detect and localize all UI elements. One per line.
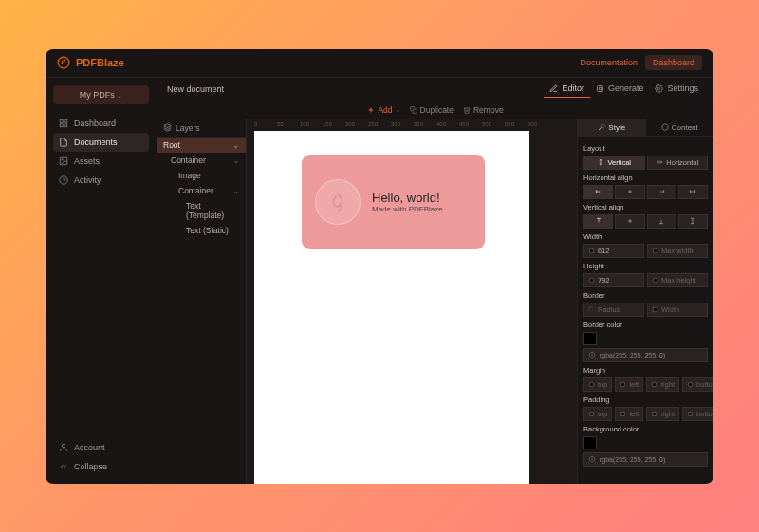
maxwidth-input[interactable]: Max width bbox=[647, 244, 708, 258]
subheader: New document Editor Generate Settings bbox=[157, 78, 713, 101]
box-icon bbox=[661, 123, 669, 131]
inspector-tab-content[interactable]: Content bbox=[646, 119, 714, 136]
ruler-tick: 500 bbox=[482, 121, 491, 127]
layer-root[interactable]: Root ⌄ bbox=[157, 138, 246, 153]
section-label: Padding bbox=[583, 395, 708, 404]
svg-rect-48 bbox=[653, 412, 657, 415]
svg-point-38 bbox=[653, 278, 657, 283]
ruler-tick: 50 bbox=[277, 121, 284, 127]
card-heading[interactable]: Hello, world! bbox=[372, 191, 443, 205]
margin-bottom-input[interactable]: bottom bbox=[682, 377, 713, 392]
input-placeholder: left bbox=[629, 410, 639, 418]
bgcolor-swatch[interactable] bbox=[583, 436, 597, 449]
ruler-tick: 150 bbox=[323, 121, 332, 127]
dashboard-button[interactable]: Dashboard bbox=[645, 55, 702, 70]
valign-start[interactable] bbox=[583, 214, 613, 229]
padding-left-input[interactable]: left bbox=[615, 407, 643, 421]
target-icon bbox=[588, 351, 596, 358]
remove-button[interactable]: Remove bbox=[463, 105, 504, 115]
link-icon bbox=[652, 248, 658, 254]
document-page[interactable]: Hello, world! Made with PDFBlaze bbox=[254, 131, 529, 484]
nav-collapse[interactable]: Collapse bbox=[53, 457, 149, 476]
borderwidth-input[interactable]: Width bbox=[647, 303, 708, 317]
image-icon bbox=[59, 156, 68, 166]
ruler-tick: 250 bbox=[368, 121, 378, 127]
nav-account[interactable]: Account bbox=[53, 438, 149, 457]
canvas[interactable]: 0 50 100 150 200 250 300 350 400 450 500… bbox=[247, 119, 577, 484]
nav-assets[interactable]: Assets bbox=[53, 152, 149, 171]
mypdfs-dropdown[interactable]: My PDFs ⌄ bbox=[53, 85, 149, 104]
bgcolor-value[interactable]: rgba(255, 255, 255, 0) bbox=[583, 452, 708, 467]
section-label: Vertical align bbox=[583, 203, 708, 211]
valign-start-icon bbox=[595, 217, 602, 225]
align-start-icon bbox=[595, 188, 602, 195]
tab-editor[interactable]: Editor bbox=[544, 80, 590, 98]
layout-horizontal[interactable]: Horizontal bbox=[647, 156, 709, 170]
inspector-section: Layout Vertical Horizontal Horizont bbox=[578, 137, 713, 468]
margin-top-input[interactable]: top bbox=[583, 377, 612, 392]
tab-settings[interactable]: Settings bbox=[649, 80, 704, 98]
ruler-tick: 550 bbox=[505, 121, 514, 127]
section-label: Margin bbox=[583, 366, 708, 375]
inspector-tab-style[interactable]: Style bbox=[578, 119, 646, 136]
layer-container[interactable]: Container ⌄ bbox=[157, 183, 246, 198]
ruler-tick: 350 bbox=[414, 121, 423, 127]
halign-end[interactable] bbox=[647, 185, 676, 199]
width-input[interactable]: 612 bbox=[583, 244, 644, 258]
valign-end[interactable] bbox=[647, 214, 676, 229]
layer-label: Container bbox=[171, 156, 206, 165]
input-placeholder: bottom bbox=[696, 380, 713, 389]
halign-start[interactable] bbox=[583, 185, 613, 199]
nav-label: Account bbox=[74, 443, 105, 452]
copy-icon bbox=[410, 106, 417, 114]
ruler-horizontal: 0 50 100 150 200 250 300 350 400 450 500… bbox=[247, 119, 577, 129]
svg-point-51 bbox=[591, 458, 593, 460]
section-label: Layout bbox=[583, 144, 708, 153]
layer-label: Text (Static) bbox=[186, 226, 229, 235]
link-icon bbox=[588, 277, 595, 284]
padding-bottom-input[interactable]: bottom bbox=[682, 407, 713, 421]
nav-dashboard[interactable]: Dashboard bbox=[53, 114, 149, 133]
section-label: Horizontal align bbox=[583, 174, 708, 182]
margin-right-input[interactable]: right bbox=[646, 377, 679, 392]
layer-text-static[interactable]: Text (Static) bbox=[157, 223, 246, 238]
maxheight-input[interactable]: Max height bbox=[647, 273, 708, 287]
color-text: rgba(255, 255, 255, 0) bbox=[600, 456, 665, 463]
input-placeholder: bottom bbox=[696, 410, 713, 418]
layer-image[interactable]: Image bbox=[157, 168, 246, 183]
radius-input[interactable]: Radius bbox=[583, 303, 644, 317]
halign-center[interactable] bbox=[615, 185, 644, 199]
card-container[interactable]: Hello, world! Made with PDFBlaze bbox=[302, 155, 485, 249]
add-button[interactable]: Add ⌄ bbox=[367, 105, 399, 115]
chevron-down-icon: ⌄ bbox=[396, 106, 400, 113]
card-logo[interactable] bbox=[315, 179, 361, 225]
bordercolor-value[interactable]: rgba(255, 255, 255, 0) bbox=[583, 348, 708, 362]
svg-point-41 bbox=[591, 354, 593, 356]
ruler-tick: 400 bbox=[436, 121, 446, 127]
valign-center[interactable] bbox=[615, 214, 644, 229]
margin-left-input[interactable]: left bbox=[615, 377, 643, 392]
svg-point-45 bbox=[688, 382, 693, 387]
inspector-panel: Style Content Layout Vertical bbox=[577, 119, 713, 484]
padding-top-input[interactable]: top bbox=[583, 407, 612, 421]
duplicate-button[interactable]: Duplicate bbox=[410, 105, 454, 115]
bordercolor-swatch[interactable] bbox=[583, 332, 597, 345]
svg-rect-39 bbox=[653, 307, 657, 312]
layout-vertical[interactable]: Vertical bbox=[583, 156, 645, 170]
padding-right-input[interactable]: right bbox=[646, 407, 679, 421]
square-icon bbox=[620, 411, 626, 417]
layer-text-template[interactable]: Text (Template) bbox=[157, 198, 246, 223]
halign-stretch[interactable] bbox=[678, 185, 708, 199]
documentation-link[interactable]: Documentation bbox=[580, 58, 638, 67]
svg-point-8 bbox=[62, 444, 65, 447]
nav-activity[interactable]: Activity bbox=[53, 171, 149, 190]
ruler-tick: 600 bbox=[528, 121, 537, 127]
valign-stretch[interactable] bbox=[678, 214, 708, 229]
clock-icon bbox=[59, 175, 68, 185]
card-subheading[interactable]: Made with PDFBlaze bbox=[372, 205, 443, 213]
svg-point-0 bbox=[58, 57, 69, 68]
nav-documents[interactable]: Documents bbox=[53, 133, 149, 152]
layer-container[interactable]: Container ⌄ bbox=[157, 153, 246, 168]
height-input[interactable]: 792 bbox=[583, 273, 644, 287]
tab-generate[interactable]: Generate bbox=[590, 80, 650, 98]
